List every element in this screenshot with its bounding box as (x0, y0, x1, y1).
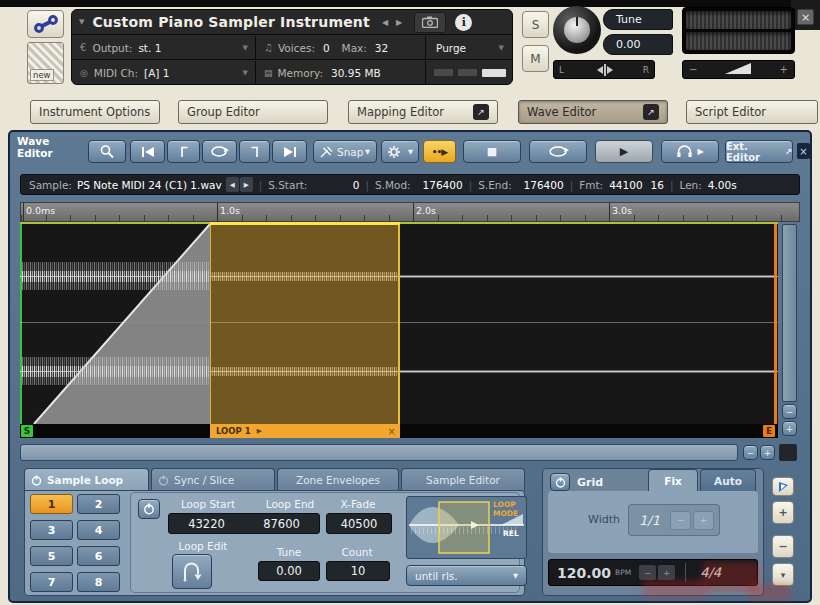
loop-count-box[interactable]: 10 (326, 561, 390, 581)
tab-wave-editor[interactable]: Wave Editor↗ (518, 100, 668, 124)
ruler-label: 1.0s (220, 205, 240, 216)
horizontal-scrollbar[interactable] (20, 444, 738, 461)
loop-slot-8[interactable]: 8 (77, 572, 120, 592)
info-button[interactable]: i (455, 14, 472, 31)
tab-sample-editor[interactable]: Sample Editor (401, 468, 525, 491)
tab-instrument-options[interactable]: Instrument Options (30, 100, 160, 124)
snap-dropdown[interactable]: Snap ▼ (313, 140, 377, 163)
vertical-zoom-in-button[interactable]: + (782, 421, 797, 436)
loop-release-mode-dropdown[interactable]: until rls. ▼ (406, 565, 527, 586)
tab-group-editor[interactable]: Group Editor (178, 100, 328, 124)
detach-window-icon[interactable]: ↗ (643, 104, 659, 120)
next-instrument-icon[interactable]: ▶ (396, 18, 402, 27)
loop-tune-box[interactable]: 0.00 (258, 561, 320, 581)
loop-marker-bar[interactable]: LOOP 1 ▶ × (210, 424, 400, 438)
solo-button[interactable]: S (522, 11, 549, 38)
zone-add-button[interactable]: + (772, 501, 794, 524)
loop-slot-2[interactable]: 2 (77, 494, 120, 514)
vertical-scrollbar[interactable] (782, 224, 797, 402)
loop-end-marker-icon (250, 146, 260, 158)
jump-loop-start-button[interactable] (167, 140, 200, 163)
settings-dropdown[interactable]: ▼ (381, 140, 419, 163)
loop-slot-6[interactable]: 6 (77, 546, 120, 566)
tab-script-editor[interactable]: Script Editor (686, 100, 818, 124)
zone-down-button[interactable]: ▾ (772, 563, 794, 586)
purge-menu[interactable]: Purge ▼ (426, 36, 512, 59)
midi-channel-selector[interactable]: ◎ MIDI Ch: [A] 1 ▼ (72, 61, 256, 84)
s-start-value[interactable]: 0 (307, 179, 359, 191)
sample-name[interactable]: PS Note MIDI 24 (C1) 1.wav (77, 179, 222, 191)
tune-knob[interactable] (553, 6, 601, 54)
tune-value-box[interactable]: 0.00 (603, 34, 673, 55)
snapshot-button[interactable] (414, 12, 446, 33)
mute-button[interactable]: M (522, 45, 549, 72)
loop-region-overlay[interactable] (210, 224, 400, 424)
loop-slot-7[interactable]: 7 (30, 572, 73, 592)
jump-loop-end-button[interactable] (239, 140, 270, 163)
zoom-tool-button[interactable] (88, 140, 126, 163)
loop-end-value[interactable]: 87600 (244, 517, 319, 531)
loop-playback-button[interactable] (529, 140, 587, 163)
sample-start-marker[interactable]: S (21, 425, 33, 437)
kontakt-app: × new ▼ Custom Piano Sampler Instrument … (0, 0, 820, 605)
autoplay-icon: ••▶ (432, 147, 447, 157)
loop-start-value[interactable]: 43220 (169, 517, 244, 531)
next-sample-button[interactable]: ▶ (240, 177, 253, 192)
jump-loop-button[interactable] (202, 140, 237, 163)
monitor-button[interactable]: ▶ (661, 140, 719, 163)
grid-power-button[interactable] (550, 473, 570, 491)
jump-end-button[interactable] (272, 140, 307, 163)
horizontal-zoom-out-button[interactable]: − (743, 445, 758, 460)
loop-slot-4[interactable]: 4 (77, 520, 120, 540)
grid-tab-fix[interactable]: Fix (648, 469, 698, 491)
s-mod-value[interactable]: 176400 (411, 179, 463, 191)
tab-mapping-editor[interactable]: Mapping Editor↗ (348, 100, 498, 124)
tab-zone-envelopes[interactable]: Zone Envelopes (277, 468, 399, 491)
bpm-plus-button[interactable]: + (658, 565, 675, 580)
bpm-value[interactable]: 120.00 (557, 565, 611, 581)
instrument-icon-label: new (30, 69, 54, 81)
detach-window-icon[interactable]: ↗ (473, 104, 489, 120)
prev-instrument-icon[interactable]: ◀ (382, 18, 388, 27)
ext-editor-label: Ext. Editor (726, 141, 781, 163)
loop-play-icon[interactable]: ▶ (257, 427, 262, 435)
horizontal-zoom-in-button[interactable]: + (760, 445, 775, 460)
zone-remove-button[interactable]: − (772, 535, 794, 558)
loop-edit-button[interactable] (172, 554, 212, 589)
ext-editor-button[interactable]: Ext. Editor ↗ (725, 140, 793, 163)
auto-play-toggle[interactable]: ••▶ (423, 140, 456, 163)
app-close-button[interactable]: × (797, 9, 814, 25)
wave-editor-close-button[interactable]: × (797, 143, 810, 159)
output-selector[interactable]: € Output: st. 1 ▼ (72, 36, 256, 59)
wrench-button[interactable] (27, 10, 64, 38)
grid-tab-auto[interactable]: Auto (700, 469, 756, 491)
power-icon[interactable] (31, 475, 42, 486)
timeline-ruler[interactable]: 0.0ms 1.0s 2.0s 3.0s (20, 202, 800, 222)
loop-slot-5[interactable]: 5 (30, 546, 73, 566)
prev-sample-button[interactable]: ◀ (226, 177, 239, 192)
grid-width-value[interactable]: 1/1 (639, 513, 660, 528)
sample-end-marker[interactable]: E (763, 425, 775, 437)
xfade-box[interactable]: 40500 (326, 513, 392, 534)
power-icon[interactable] (158, 475, 169, 486)
s-end-value[interactable]: 176400 (512, 179, 564, 191)
pan-slider[interactable]: L R (553, 60, 655, 79)
tab-sample-loop[interactable]: Sample Loop (24, 468, 149, 491)
bpm-minus-button[interactable]: − (639, 565, 656, 580)
grid-width-plus-button[interactable]: + (693, 511, 714, 530)
loop-close-icon[interactable]: × (388, 426, 396, 437)
instrument-icon-box[interactable]: new (27, 42, 64, 84)
loop-power-button[interactable] (138, 499, 160, 519)
jump-start-button[interactable] (130, 140, 165, 163)
loop-slot-3[interactable]: 3 (30, 520, 73, 540)
vertical-zoom-out-button[interactable]: − (782, 404, 797, 419)
grid-width-minus-button[interactable]: − (670, 511, 691, 530)
edit-flag-button[interactable] (772, 477, 794, 496)
stop-button[interactable]: ■ (463, 140, 521, 163)
collapse-icon[interactable]: ▼ (79, 18, 84, 26)
play-button[interactable]: ▶ (595, 140, 653, 163)
volume-slider[interactable]: − + (682, 60, 795, 79)
s-start-label: S.Start: (268, 179, 307, 191)
loop-slot-1[interactable]: 1 (30, 494, 73, 514)
tab-sync-slice[interactable]: Sync / Slice (151, 468, 275, 491)
